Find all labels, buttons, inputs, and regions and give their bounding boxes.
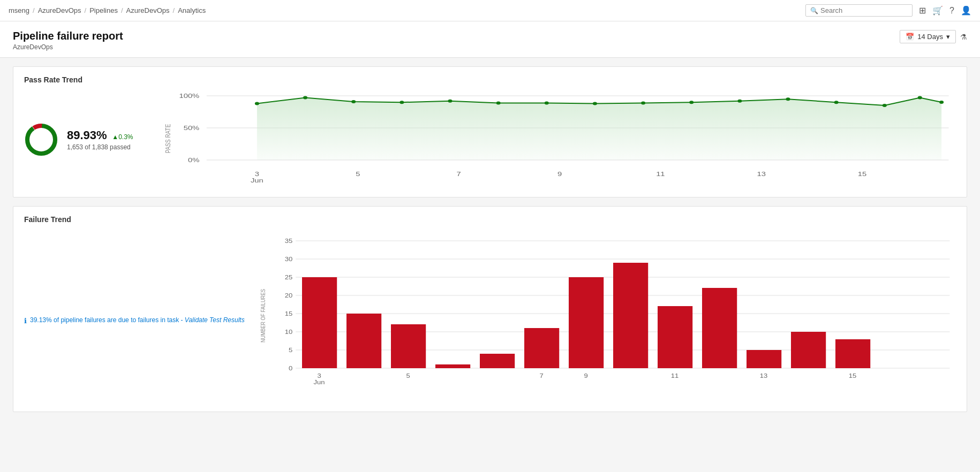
search-icon: 🔍 [810, 7, 818, 14]
svg-point-32 [883, 104, 887, 107]
svg-point-30 [786, 97, 790, 101]
svg-text:5: 5 [406, 372, 410, 379]
page-subtitle: AzureDevOps [13, 43, 123, 51]
breadcrumb-mseng[interactable]: mseng [9, 6, 29, 14]
pass-rate-line-chart: 100% 50% 0% 3 Jun 5 7 9 11 13 15 PASS RA… [163, 90, 956, 187]
svg-text:Jun: Jun [251, 177, 263, 184]
search-input[interactable] [820, 6, 908, 14]
svg-point-27 [641, 101, 645, 104]
svg-text:35: 35 [284, 238, 292, 245]
date-filter-label: 14 Days [917, 33, 943, 41]
pass-count: 1,653 of 1,838 passed [67, 143, 133, 151]
bar-2 [346, 314, 381, 368]
user-icon[interactable]: 👤 [961, 5, 971, 16]
bar-11 [747, 350, 781, 368]
date-filter: 📅 14 Days ▾ ⚗ [900, 30, 967, 43]
svg-text:11: 11 [670, 372, 679, 379]
failure-bar-chart-container: NUMBER OF FAILURES 35 30 25 20 [258, 230, 956, 403]
svg-point-31 [834, 101, 839, 104]
breadcrumb: mseng / AzureDevOps / Pipelines / AzureD… [9, 6, 206, 14]
svg-point-34 [939, 101, 944, 104]
svg-point-25 [545, 101, 549, 104]
svg-text:13: 13 [759, 372, 767, 379]
svg-point-29 [737, 100, 742, 103]
date-filter-button[interactable]: 📅 14 Days ▾ [900, 30, 956, 43]
pass-rate-left: 89.93% ▲0.3% 1,653 of 1,838 passed [24, 123, 163, 157]
bar-4 [435, 364, 470, 368]
note-text: 39.13% of pipeline failures are due to f… [30, 316, 245, 325]
failure-note: ℹ 39.13% of pipeline failures are due to… [24, 316, 245, 326]
page-header: Pipeline failure report AzureDevOps 📅 14… [0, 21, 980, 58]
svg-point-19 [255, 102, 259, 105]
donut-and-stats: 89.93% ▲0.3% 1,653 of 1,838 passed [24, 123, 133, 157]
svg-point-28 [689, 101, 693, 104]
svg-point-33 [918, 96, 922, 100]
svg-text:Jun: Jun [313, 379, 325, 386]
failure-bar-chart: NUMBER OF FAILURES 35 30 25 20 [258, 230, 956, 401]
page-title: Pipeline failure report [13, 30, 123, 42]
svg-text:3: 3 [317, 372, 321, 379]
svg-text:25: 25 [284, 274, 292, 281]
bar-5 [480, 354, 515, 368]
svg-point-23 [448, 100, 452, 103]
bar-7 [569, 277, 604, 368]
calendar-icon: 📅 [906, 33, 914, 41]
svg-text:50%: 50% [184, 125, 200, 132]
svg-text:100%: 100% [179, 93, 199, 100]
failure-trend-card: Failure Trend ℹ 39.13% of pipeline failu… [13, 206, 967, 412]
donut-chart [24, 123, 58, 157]
svg-text:15: 15 [858, 171, 866, 178]
sep3: / [121, 6, 123, 14]
main-content: Pass Rate Trend [0, 58, 980, 421]
failure-section: ℹ 39.13% of pipeline failures are due to… [24, 230, 956, 403]
svg-text:15: 15 [284, 310, 292, 317]
svg-point-1 [27, 126, 55, 154]
sep2: / [85, 6, 87, 14]
svg-text:9: 9 [557, 171, 562, 178]
pass-rate-chart-area: 100% 50% 0% 3 Jun 5 7 9 11 13 15 PASS RA… [163, 90, 956, 188]
chevron-down-icon: ▾ [946, 33, 950, 41]
svg-text:15: 15 [848, 372, 856, 379]
svg-text:7: 7 [457, 171, 461, 178]
breadcrumb-azuredevops1[interactable]: AzureDevOps [38, 6, 81, 14]
breadcrumb-analytics: Analytics [178, 6, 206, 14]
bar-9 [658, 306, 692, 368]
breadcrumb-azuredevops2[interactable]: AzureDevOps [126, 6, 170, 14]
svg-point-26 [593, 102, 597, 105]
svg-text:0%: 0% [188, 157, 200, 164]
top-nav: mseng / AzureDevOps / Pipelines / AzureD… [0, 0, 980, 21]
breadcrumb-pipelines[interactable]: Pipelines [89, 6, 118, 14]
bar-13 [835, 339, 870, 368]
svg-marker-18 [257, 98, 941, 160]
bar-1 [302, 277, 337, 368]
search-box[interactable]: 🔍 [805, 4, 913, 17]
svg-point-24 [496, 101, 501, 104]
svg-text:20: 20 [284, 292, 292, 299]
pass-rate-title: Pass Rate Trend [24, 75, 956, 84]
sep4: / [173, 6, 175, 14]
pass-rate-section: 89.93% ▲0.3% 1,653 of 1,838 passed 100% [24, 90, 956, 188]
pass-percentage-row: 89.93% ▲0.3% [67, 128, 133, 142]
help-icon[interactable]: ? [949, 6, 954, 16]
trend-badge: ▲0.3% [112, 133, 133, 141]
nav-actions: 🔍 ⊞ 🛒 ? 👤 [805, 4, 971, 17]
pass-rate-card: Pass Rate Trend [13, 66, 967, 197]
grid-icon[interactable]: ⊞ [919, 5, 926, 16]
failure-trend-title: Failure Trend [24, 215, 956, 224]
basket-icon[interactable]: 🛒 [932, 5, 943, 16]
svg-point-21 [351, 100, 356, 103]
bar-12 [791, 332, 826, 368]
svg-text:10: 10 [284, 329, 292, 336]
svg-text:7: 7 [539, 372, 544, 379]
svg-point-22 [399, 101, 404, 104]
svg-text:5: 5 [356, 171, 360, 178]
bar-8 [613, 263, 648, 368]
task-link[interactable]: Validate Test Results [185, 316, 245, 324]
sep1: / [33, 6, 35, 14]
page-title-block: Pipeline failure report AzureDevOps [13, 30, 123, 51]
bar-6 [524, 328, 559, 368]
svg-text:13: 13 [757, 171, 766, 178]
failure-left: ℹ 39.13% of pipeline failures are due to… [24, 230, 258, 326]
stats-block: 89.93% ▲0.3% 1,653 of 1,838 passed [67, 128, 133, 151]
filter-icon[interactable]: ⚗ [960, 33, 967, 41]
